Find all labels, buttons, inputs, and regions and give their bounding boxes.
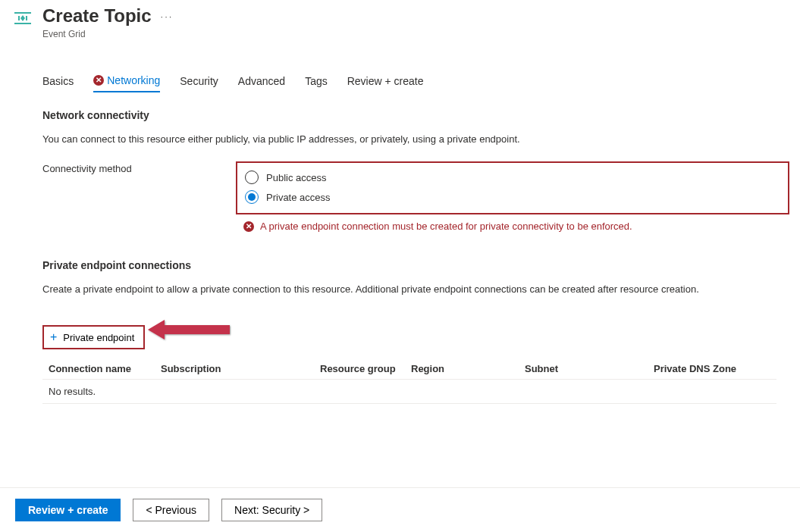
network-connectivity-description: You can connect to this resource either … xyxy=(42,133,800,145)
tab-review[interactable]: Review + create xyxy=(347,74,424,92)
error-icon: ✕ xyxy=(93,75,104,86)
private-endpoint-heading: Private endpoint connections xyxy=(42,259,800,271)
svg-rect-2 xyxy=(18,16,20,20)
plus-icon: + xyxy=(50,331,57,343)
previous-button[interactable]: < Previous xyxy=(133,499,209,521)
connectivity-method-label: Connectivity method xyxy=(42,161,236,174)
page-subtitle: Event Grid xyxy=(42,29,152,39)
radio-icon xyxy=(245,190,259,204)
tab-networking[interactable]: ✕ Networking xyxy=(93,74,160,92)
tab-advanced[interactable]: Advanced xyxy=(238,74,285,92)
validation-error-text: A private endpoint connection must be cr… xyxy=(260,221,632,232)
tab-tags[interactable]: Tags xyxy=(305,74,328,92)
more-actions-icon[interactable]: ··· xyxy=(161,11,174,22)
event-grid-topic-icon xyxy=(14,9,32,27)
radio-private-access[interactable]: Private access xyxy=(245,187,780,207)
validation-error: ✕ A private endpoint connection must be … xyxy=(236,221,800,232)
wizard-tabs: Basics ✕ Networking Security Advanced Ta… xyxy=(42,74,800,92)
svg-rect-1 xyxy=(14,23,31,24)
col-resource-group: Resource group xyxy=(314,357,405,380)
col-region: Region xyxy=(405,357,519,380)
tab-security[interactable]: Security xyxy=(180,74,218,92)
col-subscription: Subscription xyxy=(155,357,314,380)
col-private-dns-zone: Private DNS Zone xyxy=(648,357,776,380)
next-button[interactable]: Next: Security > xyxy=(221,499,322,521)
network-connectivity-heading: Network connectivity xyxy=(42,109,800,121)
svg-rect-0 xyxy=(14,12,31,14)
empty-state-text: No results. xyxy=(42,380,776,404)
add-private-endpoint-button[interactable]: + Private endpoint xyxy=(42,325,145,349)
col-subnet: Subnet xyxy=(519,357,648,380)
col-connection-name: Connection name xyxy=(42,357,155,380)
table-row: No results. xyxy=(42,380,776,404)
tab-basics[interactable]: Basics xyxy=(42,74,74,92)
review-create-button[interactable]: Review + create xyxy=(15,499,121,521)
svg-marker-5 xyxy=(20,18,25,21)
radio-public-label: Public access xyxy=(266,172,326,183)
radio-public-access[interactable]: Public access xyxy=(245,167,780,187)
svg-marker-4 xyxy=(20,15,25,18)
add-private-endpoint-label: Private endpoint xyxy=(63,332,134,343)
radio-private-label: Private access xyxy=(266,192,331,203)
private-endpoint-description: Create a private endpoint to allow a pri… xyxy=(42,283,800,295)
tab-networking-label: Networking xyxy=(107,74,160,86)
connectivity-method-radiogroup: Public access Private access xyxy=(236,161,789,214)
svg-rect-3 xyxy=(26,16,27,20)
wizard-footer: Review + create < Previous Next: Securit… xyxy=(0,487,800,532)
page-title: Create Topic xyxy=(42,5,152,27)
radio-icon xyxy=(245,171,259,184)
private-endpoint-table: Connection name Subscription Resource gr… xyxy=(42,357,776,404)
error-icon: ✕ xyxy=(243,221,254,232)
